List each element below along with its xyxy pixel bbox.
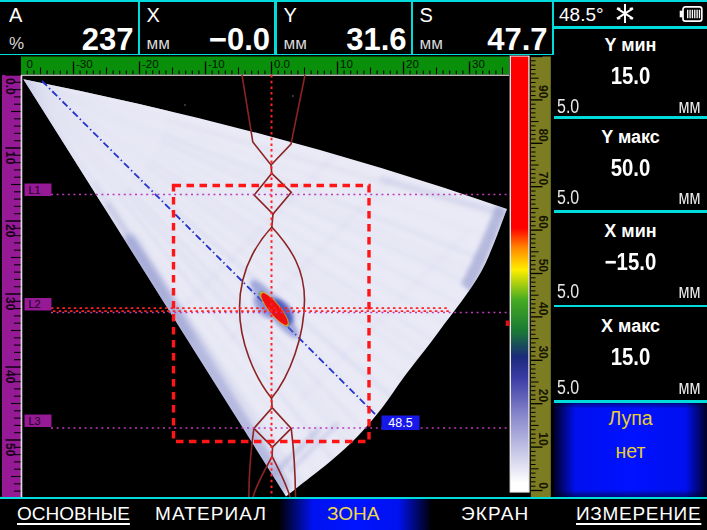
svg-text:20: 20 — [3, 224, 17, 238]
svg-text:L2: L2 — [29, 298, 41, 310]
svg-text:30: 30 — [536, 345, 550, 359]
svg-text:30: 30 — [3, 297, 17, 311]
svg-text:50: 50 — [536, 259, 550, 273]
svg-text:10: 10 — [340, 58, 353, 70]
svg-text:40: 40 — [3, 370, 17, 384]
svg-text:-20: -20 — [142, 58, 159, 70]
svg-text:70: 70 — [536, 172, 550, 186]
svg-text:0.0: 0.0 — [3, 78, 17, 95]
svg-text:0: 0 — [536, 482, 550, 489]
svg-text:20: 20 — [536, 389, 550, 403]
svg-text:0: 0 — [27, 58, 33, 70]
svg-text:0.0: 0.0 — [274, 58, 290, 70]
svg-text:40: 40 — [536, 302, 550, 316]
svg-text:50: 50 — [3, 443, 17, 457]
svg-text:10: 10 — [3, 151, 17, 165]
svg-text:L1: L1 — [29, 184, 41, 196]
svg-text:80: 80 — [536, 128, 550, 142]
svg-text:L3: L3 — [29, 415, 41, 427]
svg-text:90: 90 — [536, 85, 550, 99]
svg-text:30: 30 — [472, 58, 485, 70]
svg-text:10: 10 — [536, 432, 550, 446]
svg-text:-10: -10 — [208, 58, 225, 70]
svg-text:20: 20 — [406, 58, 419, 70]
svg-text:-30: -30 — [76, 58, 93, 70]
svg-text:48.5: 48.5 — [388, 416, 412, 430]
svg-text:60: 60 — [536, 215, 550, 229]
